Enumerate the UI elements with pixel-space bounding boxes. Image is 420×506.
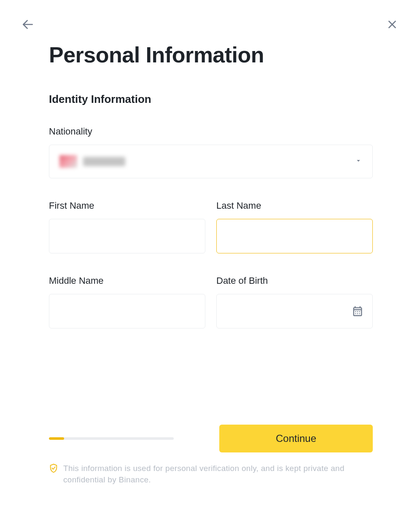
country-name-redacted: [83, 157, 125, 166]
dob-input[interactable]: [225, 294, 351, 328]
calendar-icon[interactable]: [351, 305, 364, 318]
continue-button[interactable]: Continue: [219, 425, 373, 452]
svg-point-7: [357, 313, 358, 314]
middle-name-input[interactable]: [49, 294, 205, 328]
section-title: Identity Information: [49, 93, 373, 106]
svg-point-5: [359, 311, 360, 312]
svg-point-6: [355, 313, 356, 314]
progress-bar: [49, 437, 174, 440]
nationality-field: Nationality: [49, 126, 373, 200]
progress-fill: [49, 437, 64, 440]
middle-name-field: Middle Name: [49, 275, 205, 328]
first-name-label: First Name: [49, 200, 205, 211]
first-name-input[interactable]: [49, 219, 205, 253]
svg-point-8: [359, 313, 360, 314]
nationality-value: [59, 155, 125, 168]
close-button[interactable]: [385, 17, 400, 32]
dob-field: Date of Birth: [216, 275, 373, 328]
last-name-label: Last Name: [216, 200, 373, 211]
arrow-left-icon: [21, 18, 35, 31]
nationality-select[interactable]: [49, 145, 373, 178]
dob-input-wrapper[interactable]: [216, 294, 373, 328]
svg-point-4: [357, 311, 358, 312]
svg-point-3: [355, 311, 356, 312]
dob-label: Date of Birth: [216, 275, 373, 286]
middle-name-label: Middle Name: [49, 275, 205, 286]
flag-icon: [59, 155, 77, 168]
disclaimer-text: This information is used for personal ve…: [63, 463, 373, 486]
last-name-input[interactable]: [216, 219, 373, 253]
page-title: Personal Information: [49, 42, 373, 67]
last-name-field: Last Name: [216, 200, 373, 253]
shield-check-icon: [49, 463, 58, 473]
close-icon: [387, 19, 398, 30]
nationality-label: Nationality: [49, 126, 373, 137]
bottom-bar: Continue: [49, 425, 373, 452]
chevron-down-icon: [355, 157, 362, 166]
disclaimer: This information is used for personal ve…: [49, 463, 373, 486]
modal-container: Personal Information Identity Informatio…: [0, 0, 420, 506]
first-name-field: First Name: [49, 200, 205, 253]
back-button[interactable]: [20, 17, 35, 32]
